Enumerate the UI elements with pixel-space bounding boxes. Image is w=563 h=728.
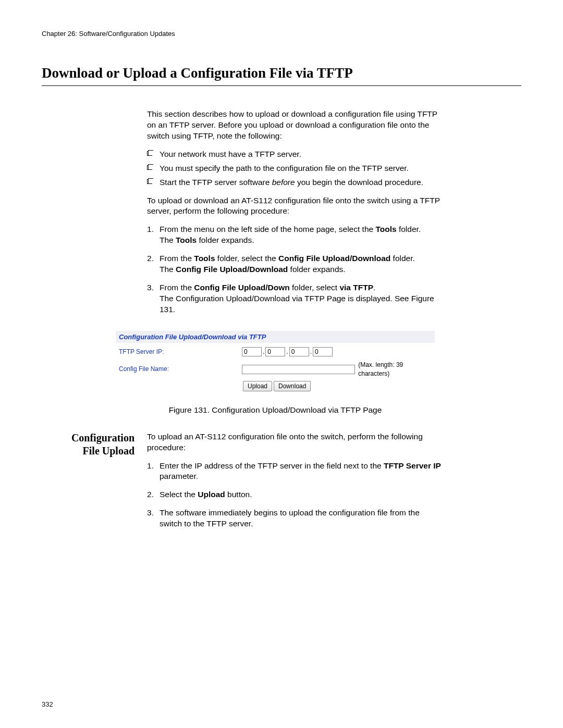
steps-list-2: Enter the IP address of the TFTP server … (147, 461, 442, 530)
list-item: From the Config File Upload/Down folder,… (147, 282, 442, 315)
list-item: Select the Upload button. (147, 489, 442, 500)
step-text: From the (160, 254, 194, 263)
step-bold: Config File Upload/Down (194, 283, 289, 292)
label-tftp-ip: TFTP Server IP: (119, 348, 242, 356)
step-bold: Config File Upload/Download (278, 254, 390, 263)
step-text: folder. (390, 254, 415, 263)
download-button[interactable]: Download (274, 381, 311, 391)
list-item: Enter the IP address of the TFTP server … (147, 461, 442, 483)
page-number: 332 (42, 700, 53, 709)
step-text: folder. (397, 225, 421, 233)
list-item: Your network must have a TFTP server. (147, 149, 442, 160)
step-bold: Tools (194, 254, 215, 263)
list-item: You must specify the path to the configu… (147, 163, 442, 174)
steps-list-1: From the menu on the left side of the ho… (147, 224, 442, 315)
chapter-header: Chapter 26: Software/Configuration Updat… (42, 29, 521, 39)
dialog-row-ip: TFTP Server IP: . . . (119, 346, 432, 357)
side-heading-line: Configuration (71, 432, 134, 443)
dot-sep: . (263, 348, 264, 356)
note-text: you begin the download procedure. (295, 178, 423, 187)
intro-paragraph: This section describes how to upload or … (147, 109, 442, 142)
tftp-dialog: Configuration File Upload/Download via T… (116, 331, 435, 393)
step-bold: Config File Upload/Download (176, 265, 288, 274)
step-text: The Configuration Upload/Download via TF… (160, 294, 434, 314)
step-text: Enter the IP address of the TFTP server … (160, 461, 384, 470)
step-bold: Tools (375, 225, 396, 233)
step-bold: Tools (176, 236, 197, 244)
step-bold: Upload (198, 490, 225, 499)
list-item: From the Tools folder, select the Config… (147, 253, 442, 275)
step-text: . (373, 283, 375, 292)
note-text-em: before (272, 178, 295, 187)
side-heading-line: File Upload (83, 445, 134, 456)
dot-sep: . (286, 348, 288, 356)
step-text: From the menu on the left side of the ho… (160, 225, 375, 233)
dialog-title: Configuration File Upload/Download via T… (116, 331, 435, 343)
note-text: You must specify the path to the configu… (160, 164, 409, 172)
note-text: Your network must have a TFTP server. (160, 150, 301, 158)
step-text: The (160, 265, 176, 274)
page-title: Download or Upload a Configuration File … (42, 64, 521, 82)
label-config-filename: Config File Name: (119, 365, 242, 373)
note-text: Start the TFTP server software (160, 178, 272, 187)
title-rule (42, 85, 521, 86)
tftp-ip-octet-2[interactable] (265, 347, 285, 356)
step-bold: via TFTP (339, 283, 373, 292)
tftp-ip-octet-3[interactable] (289, 347, 309, 356)
dot-sep: . (310, 348, 312, 356)
paragraph: To upload or download an AT-S112 configu… (147, 195, 442, 217)
list-item: From the menu on the left side of the ho… (147, 224, 442, 246)
figure-caption: Figure 131. Configuration Upload/Downloa… (116, 405, 435, 416)
step-text: folder expands. (197, 236, 254, 244)
list-item: Start the TFTP server software before yo… (147, 177, 442, 188)
paragraph: To upload an AT-S112 configuration file … (147, 431, 442, 453)
step-text: button. (225, 490, 252, 499)
list-item: The software immediately begins to uploa… (147, 508, 442, 529)
step-text: folder, select the (215, 254, 279, 263)
step-text: The software immediately begins to uploa… (160, 508, 420, 528)
tftp-ip-octet-4[interactable] (313, 347, 333, 356)
step-text: The (160, 236, 176, 244)
filename-hint: (Max. length: 39 characters) (358, 361, 432, 377)
step-text: folder expands. (288, 265, 345, 274)
config-filename-input[interactable] (242, 365, 355, 374)
step-text: From the (160, 283, 194, 292)
tftp-ip-octet-1[interactable] (242, 347, 262, 356)
step-bold: TFTP Server IP (384, 461, 441, 470)
side-heading: Configuration File Upload (42, 431, 147, 537)
dialog-row-filename: Config File Name: (Max. length: 39 chara… (119, 361, 432, 377)
step-text: folder, select (290, 283, 340, 292)
step-text: Select the (160, 490, 198, 499)
upload-button[interactable]: Upload (243, 381, 272, 391)
notes-list: Your network must have a TFTP server. Yo… (147, 149, 442, 188)
step-text: parameter. (160, 472, 198, 480)
